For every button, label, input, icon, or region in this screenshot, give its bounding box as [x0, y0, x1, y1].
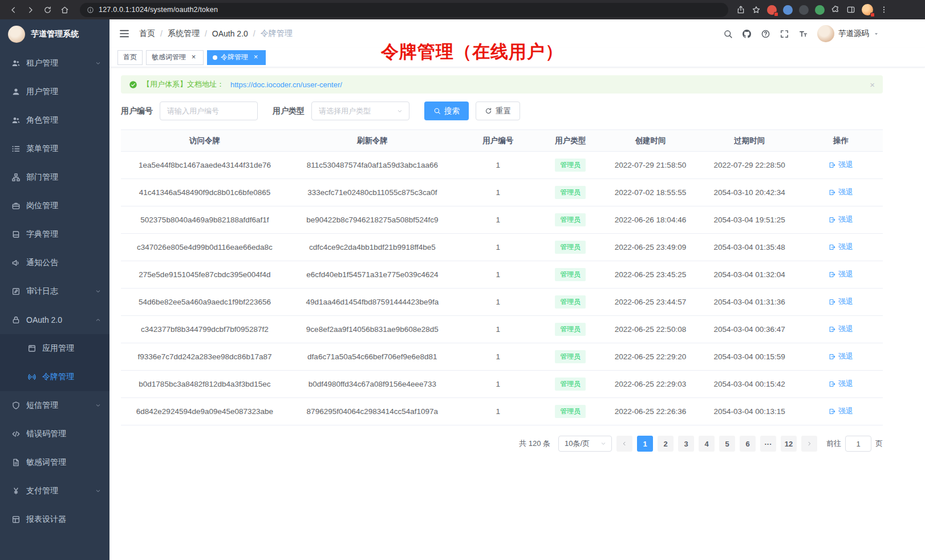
browser-profile-avatar[interactable]: [862, 4, 873, 15]
lock-icon: [11, 315, 21, 324]
fullscreen-icon[interactable]: [780, 29, 789, 39]
create-time-cell: 2022-07-02 18:55:55: [601, 179, 700, 206]
sidebar-item-menu-mgmt[interactable]: 菜单管理: [0, 135, 109, 163]
refresh-icon[interactable]: [40, 2, 55, 17]
font-size-icon[interactable]: [798, 29, 808, 39]
force-logout-button[interactable]: 强退: [829, 242, 853, 252]
extension-dark-icon[interactable]: [799, 5, 809, 15]
github-icon[interactable]: [742, 29, 752, 39]
extension-blue-icon[interactable]: [783, 5, 793, 15]
search-form: 用户编号 用户类型 请选择用户类型 搜索 重置: [121, 102, 883, 120]
sidebar-item-pay-mgmt[interactable]: 支付管理: [0, 477, 109, 505]
create-time-cell: 2022-06-25 23:49:09: [601, 234, 700, 261]
address-bar[interactable]: 127.0.0.1:1024/system/oauth2/token: [80, 3, 728, 17]
sidebar-item-tenant-mgmt[interactable]: 租户管理: [0, 49, 109, 78]
search-icon[interactable]: [723, 29, 733, 39]
page-size-select[interactable]: 10条/页: [558, 436, 612, 452]
sidebar-item-dict-mgmt[interactable]: 字典管理: [0, 220, 109, 249]
force-logout-button[interactable]: 强退: [829, 324, 853, 334]
force-logout-button[interactable]: 强退: [829, 379, 853, 389]
home-icon[interactable]: [57, 2, 72, 17]
action-cell: 强退: [799, 343, 883, 371]
user-type-cell: 管理员: [540, 234, 601, 261]
bookmark-star-icon[interactable]: [752, 5, 761, 14]
refresh-token-cell: be90422b8c7946218275a508bf524fc9: [289, 206, 456, 234]
extension-red-icon[interactable]: [767, 5, 777, 15]
doc-link[interactable]: https://doc.iocoder.cn/user-center/: [230, 80, 342, 89]
sidebar-item-error-code-mgmt[interactable]: 错误码管理: [0, 420, 109, 448]
share-icon[interactable]: [736, 5, 745, 14]
goto-page-input[interactable]: [845, 436, 871, 452]
table-body: 1ea5e44f8bc1467aaede43144f31de76 811c530…: [121, 152, 883, 425]
back-icon[interactable]: [6, 2, 21, 17]
sidebar-item-oauth2-token-mgmt[interactable]: 令牌管理: [0, 363, 109, 391]
user-type-badge: 管理员: [555, 405, 586, 418]
refresh-icon: [485, 107, 492, 115]
page-more-button[interactable]: ···: [760, 436, 776, 452]
sidebar-item-role-mgmt[interactable]: 角色管理: [0, 106, 109, 135]
page-button-6[interactable]: 6: [740, 436, 756, 452]
force-logout-button[interactable]: 强退: [829, 187, 853, 197]
side-panel-icon[interactable]: [846, 5, 855, 14]
sidebar-item-sms-mgmt[interactable]: 短信管理: [0, 391, 109, 420]
reset-button[interactable]: 重置: [476, 102, 520, 120]
extension-green-icon[interactable]: [815, 5, 825, 15]
expire-time-cell: 2054-03-04 19:51:25: [700, 206, 799, 234]
page-button-2[interactable]: 2: [658, 436, 674, 452]
sidebar-item-user-mgmt[interactable]: 用户管理: [0, 78, 109, 106]
tab-home[interactable]: 首页: [117, 50, 143, 65]
report-icon: [11, 515, 21, 524]
tab-sensitive-word-mgmt[interactable]: 敏感词管理 ×: [146, 50, 204, 65]
table-row: 275e5de9151045fe87cbdc395e004f4d e6cfd40…: [121, 261, 883, 289]
extensions-puzzle-icon[interactable]: [831, 5, 840, 14]
sidebar-item-oauth2-app-mgmt[interactable]: 应用管理: [0, 334, 109, 363]
logout-icon: [829, 408, 836, 415]
tab-close-icon[interactable]: ×: [251, 53, 260, 62]
user-type-cell: 管理员: [540, 152, 601, 179]
force-logout-button[interactable]: 强退: [829, 297, 853, 307]
tab-close-icon[interactable]: ×: [189, 53, 198, 62]
tab-token-mgmt[interactable]: 令牌管理 ×: [207, 50, 266, 65]
expire-time-cell: 2054-03-04 01:32:04: [700, 261, 799, 289]
search-button[interactable]: 搜索: [424, 102, 469, 120]
sidebar-item-label: 字典管理: [26, 229, 102, 240]
sidebar-item-post-mgmt[interactable]: 岗位管理: [0, 192, 109, 220]
question-icon[interactable]: [761, 29, 770, 39]
page-button-5[interactable]: 5: [719, 436, 735, 452]
user-id-input[interactable]: [160, 102, 258, 120]
sidebar-item-report-designer[interactable]: 报表设计器: [0, 505, 109, 534]
force-logout-button[interactable]: 强退: [829, 214, 853, 225]
megaphone-icon: [11, 258, 21, 267]
user-id-cell: 1: [456, 398, 540, 425]
prev-page-button[interactable]: [616, 436, 632, 452]
sidebar-item-sensitive-word-mgmt[interactable]: 敏感词管理: [0, 448, 109, 477]
sidebar-item-dept-mgmt[interactable]: 部门管理: [0, 163, 109, 192]
sidebar-item-label: 角色管理: [26, 115, 102, 125]
sidebar-item-audit-log[interactable]: 审计日志: [0, 277, 109, 306]
alert-close-icon[interactable]: ×: [870, 80, 875, 90]
sidebar-menu: 租户管理 用户管理 角色管理 菜单管理: [0, 49, 109, 534]
browser-menu-icon[interactable]: [879, 5, 889, 14]
users-icon: [11, 59, 21, 68]
force-logout-button[interactable]: 强退: [829, 269, 853, 279]
force-logout-button[interactable]: 强退: [829, 160, 853, 170]
forward-icon[interactable]: [23, 2, 38, 17]
site-info-icon[interactable]: [87, 6, 94, 14]
sidebar-item-notice[interactable]: 通知公告: [0, 249, 109, 277]
app-logo[interactable]: 芋道管理系统: [0, 19, 109, 49]
page-button-4[interactable]: 4: [699, 436, 715, 452]
user-menu[interactable]: 芋道源码: [817, 25, 879, 42]
breadcrumb-item: 令牌管理 /: [261, 29, 293, 39]
user-type-select[interactable]: 请选择用户类型: [311, 102, 409, 120]
page-button-1[interactable]: 1: [637, 436, 653, 452]
sidebar-item-oauth2[interactable]: OAuth 2.0: [0, 306, 109, 334]
force-logout-button[interactable]: 强退: [829, 351, 853, 362]
force-logout-button[interactable]: 强退: [829, 406, 853, 416]
next-page-button[interactable]: [801, 436, 817, 452]
column-header: 操作: [799, 130, 883, 152]
page-button-12[interactable]: 12: [781, 436, 797, 452]
sidebar-collapse-icon[interactable]: [119, 28, 130, 39]
doc-icon: [11, 458, 21, 467]
book-icon: [11, 230, 21, 239]
page-button-3[interactable]: 3: [678, 436, 694, 452]
